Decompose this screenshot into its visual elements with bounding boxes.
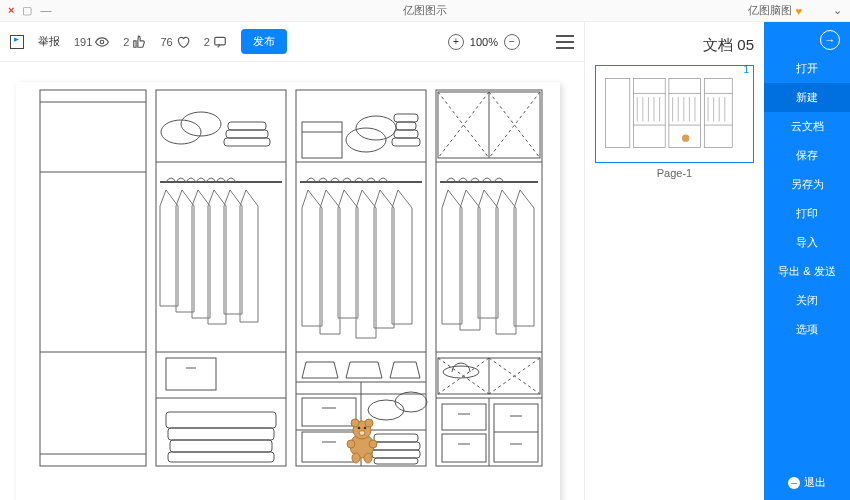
svg-rect-64 <box>374 434 418 442</box>
svg-rect-51 <box>166 358 216 390</box>
maximize-icon[interactable]: ▢ <box>22 4 32 17</box>
minimize-icon[interactable]: — <box>40 4 51 17</box>
sidebar-item-print[interactable]: 打印 <box>764 199 850 228</box>
sidebar-item-save[interactable]: 保存 <box>764 141 850 170</box>
svg-rect-68 <box>442 404 486 430</box>
eye-icon <box>95 35 109 49</box>
heart-outline-icon <box>176 35 190 49</box>
pages-panel: 文档 05 1 Page-1 <box>584 22 764 500</box>
thumbnail-image <box>600 70 749 156</box>
brand-badge[interactable]: 亿图脑图 ♥ <box>748 3 802 18</box>
zoom-in-icon[interactable]: + <box>448 34 464 50</box>
svg-point-83 <box>347 440 355 448</box>
sidebar-item-open[interactable]: 打开 <box>764 54 850 83</box>
svg-rect-70 <box>442 434 486 462</box>
svg-rect-88 <box>634 79 666 148</box>
menu-icon[interactable] <box>556 35 574 49</box>
publish-button[interactable]: 发布 <box>241 29 287 54</box>
comments-stat[interactable]: 2 <box>204 35 227 49</box>
titlebar: × ▢ — 亿图图示 亿图脑图 ♥ ⌄ <box>0 0 850 22</box>
svg-rect-66 <box>374 458 418 464</box>
svg-point-0 <box>101 40 105 44</box>
drawing-paper[interactable] <box>16 82 560 500</box>
sidebar-item-close[interactable]: 关闭 <box>764 286 850 315</box>
svg-rect-56 <box>168 452 274 462</box>
svg-rect-57 <box>302 398 356 426</box>
svg-point-79 <box>365 419 373 427</box>
doc-title: 文档 05 <box>595 30 754 65</box>
svg-point-86 <box>364 453 372 463</box>
exit-icon: – <box>788 477 800 489</box>
svg-rect-53 <box>166 412 276 428</box>
svg-point-62 <box>395 392 427 412</box>
back-arrow-icon[interactable]: → <box>820 30 840 50</box>
svg-rect-1 <box>215 37 226 45</box>
svg-rect-54 <box>168 428 274 440</box>
svg-rect-87 <box>606 79 630 148</box>
svg-rect-47 <box>392 138 420 146</box>
svg-rect-90 <box>704 79 732 148</box>
chevron-down-icon[interactable]: ⌄ <box>833 4 842 17</box>
svg-rect-40 <box>224 138 270 146</box>
zoom-controls: + 100% − <box>448 34 520 50</box>
svg-rect-2 <box>40 90 146 466</box>
thumb-up-icon <box>132 35 146 49</box>
zoom-level: 100% <box>470 36 498 48</box>
toolbar: 举报 191 2 76 2 发布 <box>0 22 584 62</box>
svg-line-34 <box>489 358 540 394</box>
svg-point-61 <box>368 400 404 420</box>
comment-icon <box>213 35 227 49</box>
report-label[interactable]: 举报 <box>38 34 60 49</box>
sidebar-item-import[interactable]: 导入 <box>764 228 850 257</box>
sidebar-item-cloud[interactable]: 云文档 <box>764 112 850 141</box>
svg-rect-49 <box>396 122 416 130</box>
svg-point-82 <box>359 431 365 436</box>
svg-point-67 <box>443 366 479 378</box>
svg-rect-43 <box>302 122 342 158</box>
svg-rect-48 <box>394 130 418 138</box>
svg-point-78 <box>351 419 359 427</box>
svg-rect-65 <box>372 450 420 458</box>
svg-rect-63 <box>372 442 420 450</box>
svg-rect-72 <box>494 404 538 462</box>
svg-rect-50 <box>394 114 418 122</box>
svg-point-84 <box>369 440 377 448</box>
svg-point-80 <box>358 427 361 430</box>
sidebar-exit[interactable]: – 退出 <box>764 465 850 500</box>
svg-point-85 <box>352 453 360 463</box>
page-thumbnail[interactable]: 1 <box>595 65 754 163</box>
svg-rect-42 <box>228 122 266 130</box>
file-sidebar: → 打开 新建 云文档 保存 另存为 打印 导入 导出 & 发送 关闭 选项 –… <box>764 22 850 500</box>
svg-rect-41 <box>226 130 268 138</box>
page-number: 1 <box>743 64 749 75</box>
views-stat: 191 <box>74 35 109 49</box>
svg-point-111 <box>682 134 689 141</box>
heart-icon: ♥ <box>795 5 802 17</box>
sidebar-item-options[interactable]: 选项 <box>764 315 850 344</box>
likes-stat[interactable]: 2 <box>123 35 146 49</box>
sidebar-item-export[interactable]: 导出 & 发送 <box>764 257 850 286</box>
canvas[interactable] <box>0 62 584 500</box>
page-label: Page-1 <box>595 163 754 179</box>
svg-rect-55 <box>170 440 272 452</box>
sidebar-item-saveas[interactable]: 另存为 <box>764 170 850 199</box>
close-icon[interactable]: × <box>8 4 14 17</box>
app-title: 亿图图示 <box>403 3 447 18</box>
canvas-area: 举报 191 2 76 2 发布 <box>0 22 584 500</box>
sidebar-item-new[interactable]: 新建 <box>764 83 850 112</box>
svg-point-81 <box>364 427 367 430</box>
report-icon[interactable] <box>10 35 24 49</box>
favs-stat[interactable]: 76 <box>160 35 189 49</box>
zoom-out-icon[interactable]: − <box>504 34 520 50</box>
